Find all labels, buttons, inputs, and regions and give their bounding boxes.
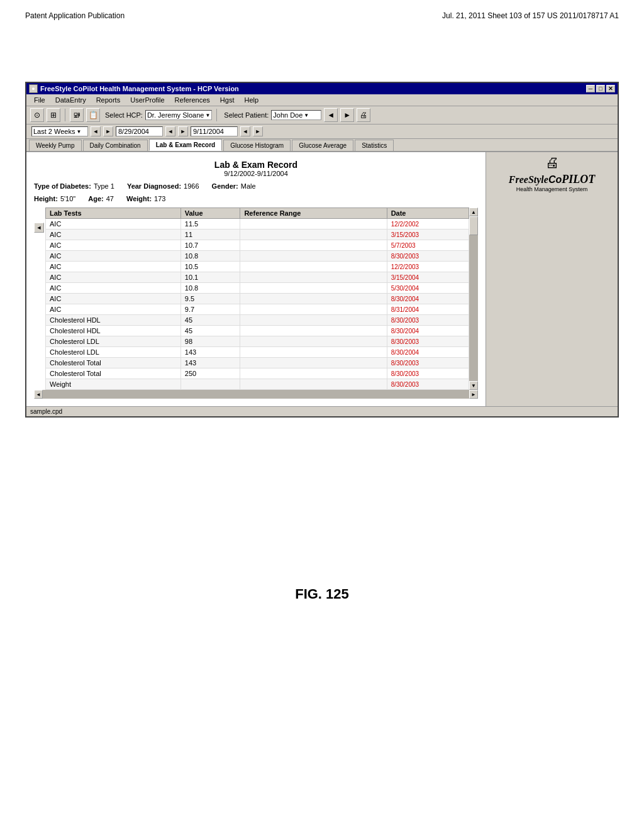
menu-help[interactable]: Help xyxy=(239,96,264,104)
year-value: 1966 xyxy=(184,182,199,190)
date-row: Last 2 Weeks ▼ ◄ ► ◄ ► ◄ ► xyxy=(26,124,618,139)
tab-glucose-histogram[interactable]: Glucose Histogram xyxy=(223,140,291,151)
cell-value: 10.5 xyxy=(180,262,240,272)
end-date-next[interactable]: ► xyxy=(253,126,263,136)
col-header-reference: Reference Range xyxy=(240,208,387,219)
record-title: Lab & Exam Record xyxy=(34,160,478,170)
col-header-lab-tests: Lab Tests xyxy=(46,208,181,219)
tab-daily-combination[interactable]: Daily Combination xyxy=(83,140,148,151)
minimize-button[interactable]: ─ xyxy=(586,85,595,92)
cell-reference xyxy=(240,358,387,368)
cell-reference xyxy=(240,294,387,304)
cell-date: 5/30/2004 xyxy=(387,283,469,294)
cell-reference xyxy=(240,240,387,251)
toolbar-sep2 xyxy=(216,109,217,121)
maximize-button[interactable]: □ xyxy=(596,85,605,92)
start-date-prev[interactable]: ◄ xyxy=(165,126,175,136)
start-date-input[interactable] xyxy=(116,126,163,136)
table-row: AIC 10.5 12/2/2003 xyxy=(46,262,469,272)
menu-hgst[interactable]: Hgst xyxy=(215,96,240,104)
table-scroll-up[interactable]: ▲ xyxy=(469,208,478,216)
patient-info: Type of Diabetes: Type 1 Year Diagnosed:… xyxy=(34,182,478,190)
page-header: Patent Application Publication Jul. 21, … xyxy=(0,0,644,20)
toolbar-hcp-icon[interactable]: 🖳 xyxy=(70,108,84,122)
cell-test: Cholesterol LDL xyxy=(46,336,181,347)
cell-date: 12/2/2002 xyxy=(387,219,469,230)
patient-dropdown[interactable]: John Doe ▼ xyxy=(271,110,321,120)
table-row: AIC 9.5 8/30/2004 xyxy=(46,294,469,304)
cell-date: 8/30/2004 xyxy=(387,347,469,358)
scroll-thumb-v[interactable] xyxy=(469,216,478,235)
menu-userprofile[interactable]: UserProfile xyxy=(125,96,169,104)
app-window: ● FreeStyle CoPilot Health Management Sy… xyxy=(25,82,619,418)
cell-test: AIC xyxy=(46,294,181,304)
menu-references[interactable]: References xyxy=(170,96,215,104)
status-bar: sample.cpd xyxy=(26,406,618,416)
period-dropdown[interactable]: Last 2 Weeks ▼ xyxy=(31,126,88,136)
cell-value: 11.5 xyxy=(180,219,240,230)
toolbar-prev-patient[interactable]: ◄ xyxy=(324,108,338,122)
table-row: AIC 10.1 3/15/2004 xyxy=(46,272,469,283)
toolbar-doc-btn[interactable]: 📋 xyxy=(86,108,100,122)
toolbar-home-btn[interactable]: ⊙ xyxy=(30,108,44,122)
hcp-value: Dr. Jeremy Sloane xyxy=(147,111,204,119)
tab-glucose-average[interactable]: Glucose Average xyxy=(292,140,353,151)
cell-reference xyxy=(240,304,387,315)
cell-test: AIC xyxy=(46,304,181,315)
close-button[interactable]: ✕ xyxy=(606,85,615,92)
cell-value: 143 xyxy=(180,358,240,368)
table-row: Cholesterol HDL 45 8/30/2003 xyxy=(46,315,469,326)
patient-info2: Height: 5'10" Age: 47 Weight: 173 xyxy=(34,195,478,202)
tab-weekly-pump[interactable]: Weekly Pump xyxy=(29,140,82,151)
cell-test: Cholesterol HDL xyxy=(46,315,181,326)
freestyle-panel: 🖨 FreeStyleCoPILOT Health Management Sys… xyxy=(486,152,618,406)
cell-date: 8/30/2004 xyxy=(387,326,469,336)
patient-value: John Doe xyxy=(273,111,303,119)
left-content: Lab & Exam Record 9/12/2002-9/11/2004 Ty… xyxy=(26,152,486,406)
cell-date: 3/15/2004 xyxy=(387,272,469,283)
menu-file[interactable]: File xyxy=(29,96,50,104)
table-row: Cholesterol LDL 143 8/30/2004 xyxy=(46,347,469,358)
hcp-dropdown-arrow: ▼ xyxy=(205,113,210,118)
toolbar-next-patient[interactable]: ► xyxy=(340,108,354,122)
table-row: AIC 10.8 5/30/2004 xyxy=(46,283,469,294)
tab-statistics[interactable]: Statistics xyxy=(355,140,394,151)
title-bar-controls: ─ □ ✕ xyxy=(586,85,615,92)
cell-value: 45 xyxy=(180,315,240,326)
freestyle-title: FreeStyleCoPILOT xyxy=(509,174,595,186)
cell-reference xyxy=(240,379,387,390)
cell-value: 10.8 xyxy=(180,251,240,262)
table-scroll-down[interactable]: ▼ xyxy=(469,381,478,390)
cell-reference xyxy=(240,326,387,336)
start-date-next[interactable]: ► xyxy=(178,126,188,136)
toolbar-print-btn[interactable]: 🖨 xyxy=(357,108,370,122)
end-date-input[interactable] xyxy=(191,126,238,136)
hcp-dropdown[interactable]: Dr. Jeremy Sloane ▼ xyxy=(145,110,212,120)
table-scroll-left[interactable]: ◄ xyxy=(34,223,44,233)
menu-dataentry[interactable]: DataEntry xyxy=(50,96,91,104)
cell-date: 8/31/2004 xyxy=(387,304,469,315)
h-scroll-right[interactable]: ► xyxy=(469,390,478,399)
tab-lab-exam[interactable]: Lab & Exam Record xyxy=(149,139,222,151)
cell-date: 8/30/2003 xyxy=(387,368,469,379)
cell-value xyxy=(180,379,240,390)
table-row: AIC 11.5 12/2/2002 xyxy=(46,219,469,230)
menu-reports[interactable]: Reports xyxy=(91,96,126,104)
table-left-scroll: ◄ xyxy=(34,208,45,390)
gender-value: Male xyxy=(241,182,256,190)
patient-height: Height: 5'10" xyxy=(34,195,75,202)
date-next-btn[interactable]: ► xyxy=(103,126,113,136)
cell-reference xyxy=(240,336,387,347)
freestyle-printer-icon: 🖨 xyxy=(545,155,559,171)
h-scroll-left[interactable]: ◄ xyxy=(34,390,43,399)
cell-test: Cholesterol LDL xyxy=(46,347,181,358)
age-label: Age: xyxy=(88,195,103,202)
patient-dropdown-arrow: ▼ xyxy=(304,113,309,118)
table-row: AIC 10.8 8/30/2003 xyxy=(46,251,469,262)
toolbar-grid-btn[interactable]: ⊞ xyxy=(47,108,60,122)
year-label: Year Diagnosed: xyxy=(127,182,181,190)
date-prev-btn[interactable]: ◄ xyxy=(91,126,101,136)
end-date-prev[interactable]: ◄ xyxy=(240,126,250,136)
table-scroll-area: Lab Tests Value Reference Range Date AIC… xyxy=(45,208,469,390)
height-value: 5'10" xyxy=(60,195,75,202)
